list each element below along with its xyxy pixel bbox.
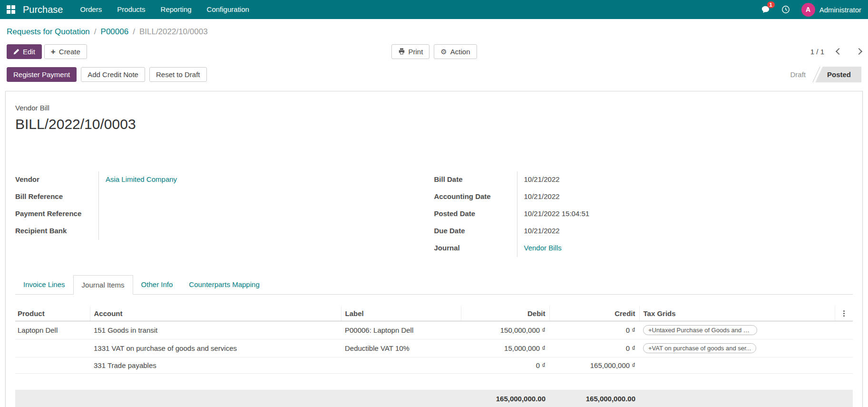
status-step-draft[interactable]: Draft — [780, 67, 816, 82]
notebook-tabs: Invoice Lines Journal Items Other Info C… — [15, 275, 853, 295]
statusbar-buttons: Register Payment Add Credit Note Reset t… — [7, 67, 207, 82]
field-group-left: Vendor Asia Limited Company Bill Referen… — [15, 171, 434, 257]
nav-item-products[interactable]: Products — [117, 0, 145, 19]
cell-label: Deductible VAT 10% — [341, 339, 461, 357]
cell-product — [15, 339, 90, 357]
table-row[interactable]: Laptopn Dell 151 Goods in transit P00006… — [15, 321, 853, 339]
top-navbar: Purchase Orders Products Reporting Confi… — [0, 0, 868, 19]
breadcrumb-link-requests-for-quotation[interactable]: Requests for Quotation — [7, 27, 90, 37]
cell-account: 1331 VAT on purchase of goods and servic… — [90, 339, 341, 357]
clock-icon — [781, 5, 790, 14]
nav-item-configuration[interactable]: Configuration — [207, 0, 249, 19]
field-row-posted-date: Posted Date 10/21/2022 15:04:51 — [434, 206, 658, 223]
breadcrumb-link-p00006[interactable]: P00006 — [101, 27, 129, 37]
pager: 1 / 1 — [810, 48, 861, 56]
register-payment-button[interactable]: Register Payment — [7, 67, 77, 82]
action-button[interactable]: ⚙ Action — [434, 44, 477, 59]
tab-invoice-lines[interactable]: Invoice Lines — [15, 275, 73, 295]
plus-icon: + — [51, 48, 56, 56]
record-buttons: Edit + Create — [7, 44, 87, 59]
control-panel: Edit + Create Print ⚙ Action 1 / 1 — [0, 44, 868, 59]
document-title: BILL/2022/10/0003 — [15, 116, 853, 132]
pencil-icon — [13, 49, 20, 55]
activities-icon[interactable] — [781, 5, 790, 14]
tax-grid-tag: +Untaxed Purchase of Goods and S... — [643, 325, 757, 335]
cell-tax-grids: +VAT on purchase of goods and ser... — [639, 339, 835, 357]
cell-tax-grids — [639, 357, 835, 374]
printer-icon — [398, 48, 405, 55]
field-value-cell: Vendor Bills — [517, 240, 658, 257]
app-name[interactable]: Purchase — [23, 4, 63, 15]
tax-grid-tag: +VAT on purchase of goods and ser... — [643, 343, 756, 353]
field-row-vendor: Vendor Asia Limited Company — [15, 171, 434, 189]
totals-empty — [90, 390, 341, 407]
table-header-row: Product Account Label Debit Credit Tax G… — [15, 306, 853, 321]
column-header-debit[interactable]: Debit — [461, 306, 549, 321]
table-row[interactable]: 331 Trade payables 0 ₫ 165,000,000 ₫ — [15, 357, 853, 374]
column-header-label[interactable]: Label — [341, 306, 461, 321]
field-label: Payment Reference — [15, 206, 98, 223]
posted-date-value: 10/21/2022 15:04:51 — [524, 209, 590, 218]
cell-debit: 0 ₫ — [461, 357, 549, 374]
user-menu[interactable]: A Administrator — [801, 3, 861, 17]
column-header-product[interactable]: Product — [15, 306, 90, 321]
field-value-cell — [98, 206, 434, 223]
field-row-bill-date: Bill Date 10/21/2022 — [434, 171, 658, 189]
tab-other-info[interactable]: Other Info — [133, 275, 181, 295]
user-name: Administrator — [819, 6, 861, 14]
avatar: A — [801, 3, 815, 17]
document-type-label: Vendor Bill — [15, 104, 853, 112]
bill-date-value: 10/21/2022 — [524, 175, 560, 183]
field-label: Posted Date — [434, 206, 517, 223]
cell-options — [835, 357, 853, 374]
message-count-badge: 1 — [767, 1, 775, 8]
statusbar: Register Payment Add Credit Note Reset t… — [0, 67, 868, 82]
gear-icon: ⚙ — [440, 48, 447, 55]
field-label: Bill Reference — [15, 189, 98, 206]
apps-menu-icon[interactable] — [7, 5, 15, 14]
column-header-account[interactable]: Account — [90, 306, 341, 321]
field-row-journal: Journal Vendor Bills — [434, 240, 658, 257]
add-credit-note-button[interactable]: Add Credit Note — [81, 67, 145, 82]
document-buttons: Print ⚙ Action — [391, 44, 477, 59]
reset-to-draft-button[interactable]: Reset to Draft — [149, 67, 207, 82]
print-button-label: Print — [409, 48, 423, 56]
status-step-posted[interactable]: Posted — [817, 67, 861, 82]
print-button[interactable]: Print — [391, 44, 430, 59]
nav-item-reporting[interactable]: Reporting — [161, 0, 192, 19]
field-value-cell: 10/21/2022 — [517, 171, 658, 189]
messages-icon[interactable]: 1 — [761, 5, 770, 14]
column-header-credit[interactable]: Credit — [549, 306, 639, 321]
tab-counterparts-mapping[interactable]: Counterparts Mapping — [181, 275, 267, 295]
vendor-link[interactable]: Asia Limited Company — [106, 175, 177, 183]
edit-button[interactable]: Edit — [7, 44, 42, 59]
nav-item-orders[interactable]: Orders — [80, 0, 102, 19]
totals-empty — [835, 390, 853, 407]
table-row[interactable]: 1331 VAT on purchase of goods and servic… — [15, 339, 853, 357]
totals-empty — [341, 390, 461, 407]
cell-credit: 0 ₫ — [549, 339, 639, 357]
column-options-button[interactable] — [835, 306, 853, 321]
accounting-date-value: 10/21/2022 — [524, 192, 560, 200]
create-button[interactable]: + Create — [44, 44, 87, 59]
edit-button-label: Edit — [23, 48, 35, 56]
cell-options — [835, 339, 853, 357]
field-label: Vendor — [15, 171, 98, 189]
field-label: Accounting Date — [434, 189, 517, 206]
column-header-tax-grids[interactable]: Tax Grids — [639, 306, 835, 321]
journal-items-table: Product Account Label Debit Credit Tax G… — [15, 306, 853, 407]
cell-account: 331 Trade payables — [90, 357, 341, 374]
table-spacer-row — [15, 374, 853, 390]
pager-arrows — [837, 49, 861, 54]
action-button-label: Action — [450, 48, 470, 56]
form-sheet: Vendor Bill BILL/2022/10/0003 Vendor Asi… — [5, 91, 863, 407]
table-totals-row: 165,000,000.00 165,000,000.00 — [15, 390, 853, 407]
field-value-cell: Asia Limited Company — [98, 171, 434, 189]
journal-link[interactable]: Vendor Bills — [524, 244, 562, 252]
pager-previous-icon[interactable] — [836, 48, 842, 55]
create-button-label: Create — [59, 48, 80, 56]
field-value-cell: 10/21/2022 15:04:51 — [517, 206, 658, 223]
tab-journal-items[interactable]: Journal Items — [73, 275, 133, 295]
pager-next-icon[interactable] — [856, 48, 862, 55]
status-widget: Draft Posted — [780, 67, 861, 82]
